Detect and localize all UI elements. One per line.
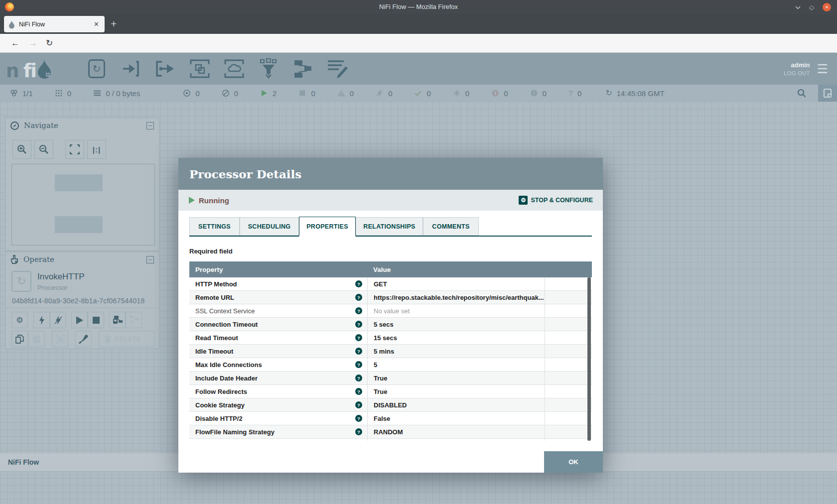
property-row[interactable]: FlowFile Naming Strategy?RANDOM bbox=[189, 425, 592, 439]
enable-button[interactable] bbox=[33, 312, 50, 328]
tab-relationships[interactable]: RELATIONSHIPS bbox=[356, 217, 423, 236]
search-icon[interactable] bbox=[797, 89, 806, 100]
property-value[interactable]: RANDOM bbox=[367, 425, 545, 438]
row-spacer bbox=[545, 345, 592, 358]
property-row[interactable]: Disable HTTP/2?False bbox=[189, 412, 592, 425]
help-icon[interactable]: ? bbox=[355, 361, 362, 368]
zoom-actual-button[interactable]: |:| bbox=[87, 140, 106, 159]
help-icon[interactable]: ? bbox=[355, 401, 362, 408]
input-port-tool-icon[interactable] bbox=[117, 57, 145, 80]
property-value[interactable]: True bbox=[367, 385, 545, 398]
property-value[interactable]: DISABLED bbox=[367, 398, 545, 411]
property-value[interactable]: 15 secs bbox=[367, 331, 545, 344]
browser-tab[interactable]: NiFi Flow ✕ bbox=[4, 16, 105, 32]
help-icon[interactable]: ? bbox=[355, 388, 362, 395]
panel-toggle-button[interactable] bbox=[818, 85, 837, 102]
property-row[interactable]: Cookie Strategy?DISABLED bbox=[189, 398, 592, 412]
status-count: 0 bbox=[465, 89, 469, 98]
property-row[interactable]: Follow Redirects?True bbox=[189, 385, 592, 398]
delete-button[interactable]: DELETE bbox=[99, 331, 154, 347]
stop-button[interactable] bbox=[88, 312, 104, 328]
zoom-fit-button[interactable] bbox=[65, 140, 84, 159]
ok-button[interactable]: OK bbox=[544, 451, 603, 473]
tab-scheduling[interactable]: SCHEDULING bbox=[240, 217, 299, 236]
disable-button[interactable] bbox=[50, 312, 66, 328]
reload-button[interactable]: ↻ bbox=[46, 37, 53, 49]
property-value[interactable]: No value set bbox=[367, 304, 545, 317]
tab-comments[interactable]: COMMENTS bbox=[423, 217, 479, 236]
property-row[interactable]: SSL Context Service?No value set bbox=[189, 304, 592, 318]
collapse-icon[interactable] bbox=[146, 256, 154, 263]
property-value[interactable]: GET bbox=[367, 277, 545, 290]
color-brush-button[interactable] bbox=[75, 331, 92, 347]
property-name: FlowFile Naming Strategy? bbox=[189, 425, 367, 438]
template-tool-icon[interactable] bbox=[289, 57, 317, 80]
transmitting-icon bbox=[183, 89, 191, 97]
window-maximize-icon[interactable]: ◇ bbox=[809, 4, 814, 10]
property-row[interactable]: Connection Timeout?5 secs bbox=[189, 318, 592, 331]
breadcrumb[interactable]: NiFi Flow bbox=[8, 458, 39, 466]
back-button[interactable]: ← bbox=[11, 37, 19, 49]
process-group-tool-icon[interactable] bbox=[186, 57, 214, 80]
help-icon[interactable]: ? bbox=[355, 415, 362, 422]
stop-configure-gear-icon: ⚙ bbox=[519, 196, 528, 205]
processor-tool-icon[interactable]: ↻ bbox=[83, 57, 111, 80]
help-icon[interactable]: ? bbox=[355, 280, 362, 287]
navigate-panel: Navigate |:| bbox=[5, 118, 159, 251]
zoom-out-button[interactable] bbox=[34, 140, 53, 159]
window-minimize-icon[interactable] bbox=[795, 4, 801, 10]
table-scrollbar[interactable] bbox=[587, 277, 591, 441]
tab-settings[interactable]: SETTINGS bbox=[189, 217, 240, 236]
help-icon[interactable]: ? bbox=[355, 294, 362, 301]
property-value[interactable]: https://repo.stackable.tech/repository/m… bbox=[367, 291, 545, 304]
remote-process-group-tool-icon[interactable] bbox=[220, 57, 248, 80]
logout-link[interactable]: LOG OUT bbox=[784, 70, 810, 76]
paste-button[interactable] bbox=[28, 331, 45, 347]
last-refresh[interactable]: ↻ 14:45:08 GMT bbox=[605, 89, 664, 98]
tab-properties[interactable]: PROPERTIES bbox=[299, 217, 356, 237]
refresh-icon[interactable]: ↻ bbox=[605, 89, 612, 97]
start-button[interactable] bbox=[71, 312, 88, 328]
output-port-tool-icon[interactable] bbox=[151, 57, 179, 80]
property-name: Max Idle Connections? bbox=[189, 358, 367, 371]
birdseye-minimap[interactable] bbox=[11, 164, 155, 246]
global-menu-button[interactable]: ☰ bbox=[817, 62, 828, 76]
new-tab-button[interactable]: + bbox=[111, 18, 117, 30]
property-value[interactable]: 5 secs bbox=[367, 318, 545, 331]
help-icon[interactable]: ? bbox=[355, 348, 362, 355]
property-row[interactable]: Include Date Header?True bbox=[189, 372, 592, 385]
disabled-icon bbox=[376, 89, 384, 97]
funnel-tool-icon[interactable] bbox=[255, 57, 282, 80]
help-icon[interactable]: ? bbox=[355, 428, 362, 435]
property-row[interactable]: Remote URL?https://repo.stackable.tech/r… bbox=[189, 291, 592, 304]
label-tool-icon[interactable] bbox=[323, 57, 351, 80]
stop-and-configure-button[interactable]: ⚙ STOP & CONFIGURE bbox=[519, 196, 593, 205]
refresh-time: 14:45:08 GMT bbox=[617, 89, 665, 98]
property-value[interactable] bbox=[367, 439, 545, 441]
property-value[interactable]: 5 bbox=[367, 358, 545, 371]
group-button[interactable] bbox=[52, 331, 68, 347]
collapse-icon[interactable] bbox=[146, 122, 154, 129]
help-icon[interactable]: ? bbox=[355, 321, 362, 328]
property-row[interactable]: Idle Timeout?5 mins bbox=[189, 345, 592, 358]
help-icon[interactable]: ? bbox=[355, 334, 362, 341]
help-icon[interactable]: ? bbox=[355, 307, 362, 314]
help-icon[interactable]: ? bbox=[355, 375, 362, 381]
create-template-button[interactable] bbox=[109, 312, 126, 328]
property-row[interactable]: HTTP Method?GET bbox=[189, 277, 592, 291]
browser-toolbar: ← → ↻ https://172.18.0.3:32558/nifi/?pro… bbox=[0, 34, 837, 53]
property-value[interactable]: False bbox=[367, 412, 545, 425]
copy-button[interactable] bbox=[11, 331, 28, 347]
upload-template-button[interactable] bbox=[126, 312, 142, 328]
configure-button[interactable]: ⚙ bbox=[11, 312, 28, 328]
row-spacer bbox=[545, 304, 592, 317]
property-row[interactable] bbox=[189, 439, 592, 441]
forward-button[interactable]: → bbox=[29, 37, 37, 49]
property-row[interactable]: Read Timeout?15 secs bbox=[189, 331, 592, 345]
zoom-in-button[interactable] bbox=[12, 140, 31, 159]
tab-close-icon[interactable]: ✕ bbox=[93, 20, 100, 28]
property-value[interactable]: 5 mins bbox=[367, 345, 545, 358]
property-row[interactable]: Max Idle Connections?5 bbox=[189, 358, 592, 372]
window-close-icon[interactable]: × bbox=[823, 3, 831, 11]
property-value[interactable]: True bbox=[367, 372, 545, 384]
